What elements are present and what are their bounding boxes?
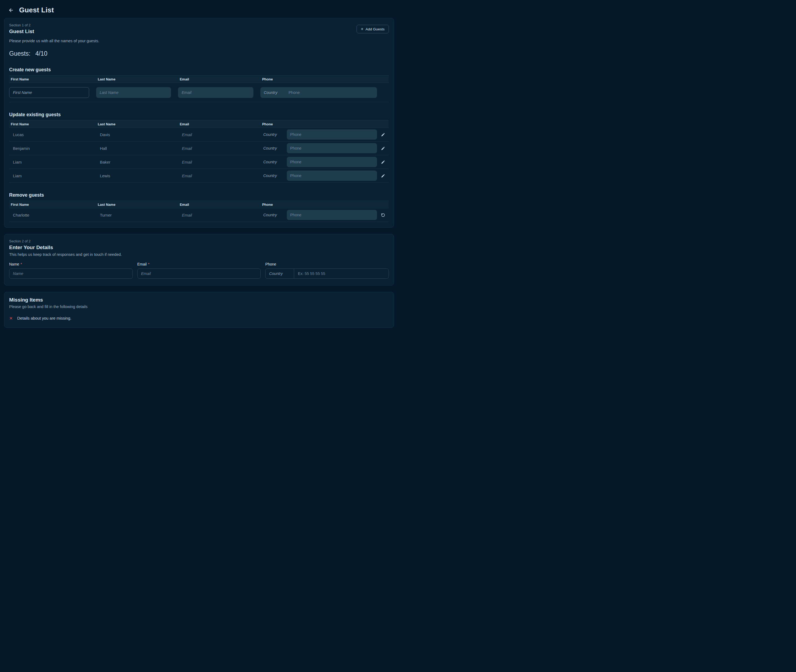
create-table-header: First Name Last Name Email Phone (9, 75, 389, 83)
remove-table-header: First Name Last Name Email Phone (9, 201, 389, 208)
new-first-name-input[interactable] (9, 87, 89, 98)
phone-label: Phone (265, 262, 276, 266)
update-guests-table: First Name Last Name Email Phone Lucas D… (9, 120, 389, 182)
guest-last-name: Baker (96, 160, 178, 164)
country-select[interactable]: Country (260, 146, 287, 150)
guests-counter: Guests: 4/10 (9, 50, 389, 57)
guest-email-placeholder: Email (178, 160, 260, 164)
update-guest-row: Lucas Davis Email Country (9, 128, 389, 141)
guest-email-placeholder: Email (178, 213, 260, 218)
plus-icon: + (361, 27, 363, 31)
update-guest-row: Benjamin Hall Email Country (9, 141, 389, 155)
missing-items-card: Missing Items Please go back and fill in… (4, 292, 394, 328)
name-field-group: Name * (9, 262, 133, 279)
email-field-group: Email * (137, 262, 261, 279)
update-table-header: First Name Last Name Email Phone (9, 120, 389, 128)
create-guests-heading: Create new guests (9, 67, 389, 73)
country-select[interactable]: Country (260, 213, 287, 217)
col-phone: Phone (260, 122, 377, 126)
col-phone: Phone (260, 203, 377, 206)
section2-kicker: Section 2 of 2 (9, 239, 389, 243)
new-last-name-input[interactable] (96, 87, 171, 98)
email-field[interactable] (137, 269, 261, 279)
phone-field-group: Phone Country (265, 262, 389, 279)
edit-guest-button[interactable] (380, 145, 386, 152)
details-fields: Name * Email * Phone Country (9, 262, 389, 279)
section2-title: Enter Your Details (9, 245, 389, 250)
missing-items-title: Missing Items (9, 297, 389, 303)
guest-first-name: Lucas (9, 132, 96, 137)
restore-guest-button[interactable] (380, 212, 386, 218)
arrow-left-icon (8, 8, 14, 13)
missing-item: Details about you are missing. (9, 316, 389, 320)
guest-phone-input[interactable] (287, 210, 377, 220)
error-x-icon (9, 316, 13, 320)
country-select[interactable]: Country (260, 160, 287, 164)
pencil-icon (381, 146, 385, 150)
page: Guest List Section 1 of 2 Guest List + A… (0, 0, 398, 345)
update-guest-row: Liam Baker Email Country (9, 155, 389, 169)
add-guests-label: Add Guests (366, 27, 385, 31)
col-last-name: Last Name (96, 203, 178, 206)
email-label: Email (137, 262, 147, 266)
col-last-name: Last Name (96, 77, 178, 81)
name-label: Name (9, 262, 19, 266)
section2-description: This helps us keep track of responses an… (9, 252, 389, 257)
pencil-icon (381, 160, 385, 164)
phone-input-group: Country (265, 269, 389, 279)
col-email: Email (178, 203, 260, 206)
country-select[interactable]: Country (260, 173, 287, 178)
guest-phone-input[interactable] (287, 130, 377, 139)
col-email: Email (178, 122, 260, 126)
section1-kicker: Section 1 of 2 (9, 23, 34, 27)
col-phone: Phone (260, 77, 377, 81)
update-guests-heading: Update existing guests (9, 112, 389, 118)
undo-rotate-ccw-icon (381, 213, 385, 217)
guest-first-name: Liam (9, 160, 96, 164)
page-title: Guest List (19, 6, 54, 14)
guests-label: Guests: (9, 50, 30, 57)
new-phone-input[interactable] (289, 87, 377, 98)
col-first-name: First Name (9, 122, 96, 126)
remove-guests-table: First Name Last Name Email Phone Charlot… (9, 201, 389, 222)
guest-last-name: Turner (96, 213, 178, 218)
guest-phone-input[interactable] (287, 157, 377, 167)
back-button[interactable] (8, 7, 14, 13)
remove-guest-row: Charlotte Turner Email Country (9, 208, 389, 222)
pencil-icon (381, 133, 385, 137)
guest-email-placeholder: Email (178, 132, 260, 137)
edit-guest-button[interactable] (380, 173, 386, 179)
guest-email-placeholder: Email (178, 146, 260, 150)
country-select[interactable]: Country (260, 132, 287, 137)
top-header: Guest List (4, 4, 394, 18)
pencil-icon (381, 174, 385, 178)
missing-items-subtitle: Please go back and fill in the following… (9, 304, 389, 309)
guest-phone-input[interactable] (287, 171, 377, 181)
guest-email-placeholder: Email (178, 173, 260, 178)
name-field[interactable] (9, 269, 133, 279)
country-select[interactable]: Country (265, 269, 294, 278)
guest-first-name: Benjamin (9, 146, 96, 150)
guest-last-name: Lewis (96, 173, 178, 178)
col-last-name: Last Name (96, 122, 178, 126)
phone-field[interactable] (294, 269, 388, 278)
section2-card: Section 2 of 2 Enter Your Details This h… (4, 234, 394, 285)
col-first-name: First Name (9, 203, 96, 206)
required-asterisk: * (21, 262, 22, 266)
guest-first-name: Charlotte (9, 213, 96, 218)
new-email-input[interactable] (178, 87, 254, 98)
section1-title: Guest List (9, 29, 34, 34)
section1-description: Please provide us with all the names of … (9, 39, 389, 43)
guest-first-name: Liam (9, 173, 96, 178)
edit-guest-button[interactable] (380, 159, 386, 165)
create-guest-row: Country (9, 83, 389, 102)
required-asterisk: * (148, 262, 149, 266)
col-first-name: First Name (9, 77, 96, 81)
guest-last-name: Hall (96, 146, 178, 150)
new-country-select[interactable]: Country (260, 90, 289, 95)
guest-last-name: Davis (96, 132, 178, 137)
remove-guests-heading: Remove guests (9, 192, 389, 198)
edit-guest-button[interactable] (380, 131, 386, 138)
add-guests-button[interactable]: + Add Guests (356, 25, 389, 34)
guest-phone-input[interactable] (287, 143, 377, 154)
